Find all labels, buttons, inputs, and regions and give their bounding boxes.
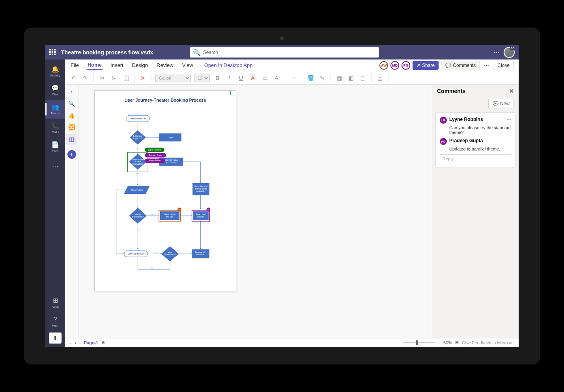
svg-text:View: View (136, 148, 140, 150)
fill-icon[interactable]: 🪣 (306, 74, 315, 82)
expand-panel-icon[interactable]: › (66, 86, 77, 97)
menubar: File Home Insert Design Review View Open… (65, 59, 519, 71)
font-size-select[interactable]: 12 (194, 74, 210, 82)
tab-file[interactable]: File (70, 61, 80, 70)
reply-input[interactable]: Reply (440, 154, 511, 163)
open-desktop-link[interactable]: Open in Desktop App (204, 62, 253, 68)
rail-activity[interactable]: 🔔Activity (45, 62, 65, 81)
svg-text:Enter date and: Enter date and (194, 186, 207, 188)
comment-text: Updated to parallel theme. (449, 147, 511, 151)
app-launcher-icon[interactable] (49, 49, 56, 56)
rail-teams[interactable]: 👥Teams (45, 100, 65, 119)
share-button[interactable]: ↗Share (413, 61, 439, 70)
rail-apps[interactable]: ⊞Apps (45, 293, 65, 312)
bell-icon: 🔔 (51, 65, 59, 73)
tab-insert[interactable]: Insert (110, 61, 124, 70)
comment-thread[interactable]: LR Lyyne Robbins ⋯ Can you please try th… (435, 112, 515, 167)
menubar-more-icon[interactable]: ⋯ (482, 62, 491, 68)
tab-design[interactable]: Design (131, 61, 149, 70)
prev-page-icon[interactable]: ‹ (75, 340, 76, 345)
titlebar-more-icon[interactable]: ⋯ (493, 49, 500, 56)
svg-text:credit card: credit card (196, 254, 205, 256)
svg-text:reservations?: reservations? (132, 216, 144, 218)
camera-dot (280, 36, 284, 40)
presence-mb[interactable]: MB (390, 61, 399, 70)
paste-icon[interactable]: 📋 (121, 74, 130, 82)
fit-page-icon[interactable]: ⊞ (455, 340, 459, 345)
align-icon[interactable]: ≡ (289, 74, 298, 82)
svg-text:availability: availability (196, 190, 205, 192)
new-comment-button[interactable]: 💬New (488, 99, 514, 108)
like-tool-icon[interactable]: 👍 (66, 110, 77, 121)
svg-text:User visits the Site: User visits the Site (130, 118, 146, 120)
rail-calls[interactable]: 📞Calls (45, 119, 65, 137)
comments-button[interactable]: 💬Comments (441, 61, 480, 70)
copy-icon[interactable]: ⎘ (110, 74, 118, 82)
zoom-out-icon[interactable]: − (397, 340, 400, 345)
canvas[interactable]: User Journey-Theater Booking Process (78, 85, 432, 338)
undo-icon[interactable]: ↶ (69, 74, 78, 82)
next-page-icon[interactable]: › (79, 340, 81, 345)
phone-icon: 📞 (51, 122, 59, 130)
tab-review[interactable]: Review (156, 61, 174, 70)
comment-more-icon[interactable]: ⋯ (506, 117, 511, 122)
rail-more[interactable]: ⋯ (45, 156, 65, 175)
comment-avatar: LR (440, 117, 447, 124)
fontsize-inc-icon[interactable]: A (272, 74, 281, 82)
left-tool-panel: › 🔍 👍 🔀 ◫ + (65, 85, 78, 338)
svg-text:Pradeep Gupta: Pradeep Gupta (149, 154, 162, 156)
close-panel-icon[interactable]: ✕ (509, 88, 514, 94)
underline-icon[interactable]: U (237, 74, 245, 82)
shapes-tool-icon[interactable]: ◫ (66, 134, 77, 145)
svg-text:Find: Find (136, 173, 140, 175)
highlight-icon[interactable]: ▭ (260, 74, 269, 82)
arrange-icon[interactable]: ▦ (335, 74, 344, 82)
comment-author: Pradeep Gupta (449, 138, 483, 143)
zoom-in-icon[interactable]: + (438, 340, 440, 345)
svg-text:Login: Login (168, 137, 173, 139)
add-tool-icon[interactable]: + (67, 150, 76, 159)
delete-icon[interactable]: ✕ (138, 74, 147, 82)
redo-icon[interactable]: ↷ (81, 74, 90, 82)
line-icon[interactable]: ✎ (318, 74, 327, 82)
tab-view[interactable]: View (181, 61, 194, 70)
feedback-link[interactable]: Give Feedback to Microsoft (462, 340, 515, 345)
search-box[interactable]: 🔍 (190, 47, 379, 58)
diagram-title: User Journey-Theater Booking Process (95, 91, 236, 106)
font-color-icon[interactable]: A (248, 74, 257, 82)
close-button[interactable]: Close (493, 61, 514, 70)
hierarchy-tool-icon[interactable]: 🔀 (66, 122, 77, 133)
user-avatar[interactable]: 80 (504, 47, 515, 58)
page[interactable]: User Journey-Theater Booking Process (94, 90, 236, 291)
svg-text:Enter City, State: Enter City, State (164, 160, 178, 162)
rail-files[interactable]: 📄Files (45, 137, 65, 156)
zoom-percent[interactable]: 60% (443, 340, 452, 345)
rail-help[interactable]: ?Help (45, 312, 65, 331)
tablet-frame: Theatre booking process flow.vsdx 🔍 ⋯ 80… (24, 28, 540, 364)
cut-icon[interactable]: ✂ (98, 74, 106, 82)
bold-icon[interactable]: B (213, 74, 222, 82)
shapes-icon[interactable]: △ (375, 74, 384, 82)
zoom-slider[interactable] (403, 342, 435, 343)
sheet-menu-icon[interactable]: ≡ (69, 340, 71, 345)
position-icon[interactable]: ◧ (347, 74, 355, 82)
ribbon: ↶ ↷ ✂ ⎘ 📋 ✕ Calibri 12 B I U A ▭ A ≡ 🪣 ✎… (65, 71, 519, 85)
tab-home[interactable]: Home (87, 60, 103, 70)
svg-text:Lyyne Robbins: Lyyne Robbins (148, 149, 161, 151)
avatar-badge: 80 (510, 46, 515, 50)
svg-text:Select seat: Select seat (196, 214, 205, 216)
rail-chat[interactable]: 💬Chat (45, 81, 65, 100)
page-tab[interactable]: Page-1 (84, 340, 98, 345)
document-title[interactable]: Theatre booking process flow.vsdx (61, 49, 153, 56)
svg-text:Find a theater: Find a theater (132, 159, 144, 161)
presence-pg[interactable]: PG (402, 61, 410, 70)
group-icon[interactable]: ⬚ (359, 74, 367, 82)
download-button[interactable]: ⬇ (49, 333, 62, 344)
presence-aw[interactable]: AW (379, 61, 388, 70)
add-page-icon[interactable]: ⊕ (101, 340, 105, 345)
search-input[interactable] (203, 50, 376, 55)
new-comment-icon: 💬 (493, 101, 499, 106)
font-name-select[interactable]: Calibri (155, 74, 191, 82)
italic-icon[interactable]: I (225, 74, 233, 82)
search-tool-icon[interactable]: 🔍 (66, 98, 77, 109)
